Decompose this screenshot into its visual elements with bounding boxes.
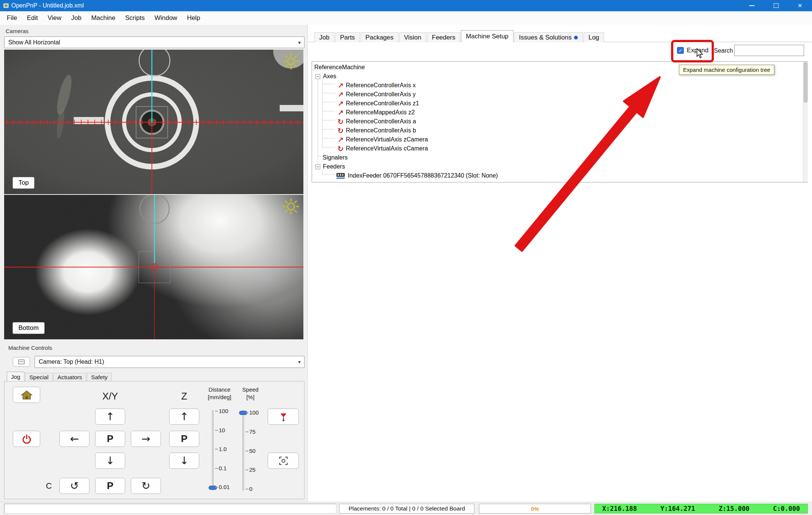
tree-node-axis-z1[interactable]: ↗ReferenceControllerAxis z1 [312,99,807,108]
jog-x-plus-button[interactable]: → [131,431,161,447]
menu-view[interactable]: View [43,11,67,25]
maximize-icon [774,3,779,8]
tab-vision[interactable]: Vision [399,32,426,42]
tab-jog[interactable]: Jog [7,372,24,381]
menu-scripts[interactable]: Scripts [120,11,150,25]
rotate-ccw-button[interactable]: ↺ [59,478,89,494]
machine-config-tree[interactable]: ReferenceMachine Axes ↗ReferenceControll… [312,61,808,182]
capture-camera-icon [279,456,288,466]
titlebar: OpenPnP - Untitled.job.xml ✕ [0,0,812,11]
search-input[interactable] [734,45,804,56]
close-icon: ✕ [798,2,803,9]
tab-job[interactable]: Job [314,32,334,42]
rotate-cw-icon: ↻ [141,480,150,492]
top-camera-image [4,50,303,194]
linear-axis-icon: ↗ [335,90,346,99]
tree-node-axis-x[interactable]: ↗ReferenceControllerAxis x [312,81,807,90]
capture-camera-location-button[interactable] [268,453,299,469]
tab-packages[interactable]: Packages [361,32,398,42]
camera-light-icon[interactable] [282,53,300,70]
menu-edit[interactable]: Edit [22,11,42,25]
jog-z-minus-button[interactable]: ↓ [169,453,199,469]
tree-node-indexfeeder[interactable]: IndexFeeder 0670FF565457888367212340 (Sl… [312,171,807,180]
chevron-down-icon: ▾ [298,39,301,46]
power-button[interactable] [13,431,40,447]
bottom-camera-label: Bottom [12,322,45,334]
jog-z-plus-button[interactable]: ↑ [169,409,199,425]
jog-y-minus-button[interactable]: ↓ [95,453,125,469]
close-button[interactable]: ✕ [788,0,812,11]
speed-slider-track[interactable] [242,410,244,491]
collapse-expander-icon[interactable] [315,164,320,169]
position-xy-button[interactable]: P [95,431,125,447]
move-tool-to-location-button[interactable] [268,409,299,425]
tree-node-axis-z2[interactable]: ↗ReferenceMappedAxis z2 [312,108,807,117]
camera-view-selector[interactable]: Show All Horizontal ▾ [4,36,304,48]
menu-bar: File Edit View Job Machine Scripts Windo… [0,11,812,25]
menu-job[interactable]: Job [66,11,86,25]
maximize-button[interactable] [764,0,788,11]
tree-node-axis-a[interactable]: ↻ReferenceControllerAxis a [312,117,807,126]
rotary-axis-icon: ↻ [335,144,346,153]
jog-y-plus-button[interactable]: ↑ [95,409,125,425]
mouse-cursor [697,48,706,59]
rotary-axis-icon: ↻ [335,126,346,135]
top-camera-view[interactable]: Top [4,50,303,194]
power-icon [22,434,32,444]
bottom-camera-view[interactable]: Bottom [4,195,303,339]
tab-machine-setup[interactable]: Machine Setup [461,30,513,42]
speed-slider[interactable]: 100 75 50 25 0 [239,409,265,493]
tree-node-axis-ccamera[interactable]: ↻ReferenceVirtualAxis cCamera [312,144,807,153]
tree-node-signalers[interactable]: Signalers [312,153,807,162]
linear-axis-icon: ↗ [335,108,346,117]
distance-slider[interactable]: 100 10 1.0 0.1 0.01 [209,409,235,493]
distance-slider-track[interactable] [212,410,214,491]
head-camera-selector[interactable]: Camera: Top (Head: H1) ▾ [35,356,304,368]
xy-axis-label: X/Y [91,390,129,402]
machine-controls-tabs: Jog Special Actuators Safety [7,372,112,381]
menu-window[interactable]: Window [150,11,182,25]
tab-parts[interactable]: Parts [335,32,360,42]
tab-log[interactable]: Log [583,32,604,42]
menu-machine[interactable]: Machine [86,11,120,25]
c-axis-label: C [41,481,56,491]
menu-file[interactable]: File [2,11,22,25]
tab-issues-solutions[interactable]: Issues & Solutions [514,32,583,42]
tree-node-axis-b[interactable]: ↻ReferenceControllerAxis b [312,126,807,135]
camera-light-icon[interactable] [282,198,300,215]
z-position: Z:15.000 [719,505,750,512]
tab-special[interactable]: Special [25,373,53,381]
window-title: OpenPnP - Untitled.job.xml [11,2,84,9]
c-position: C:0.000 [773,505,800,512]
bottom-camera-image [4,195,303,339]
jog-x-minus-button[interactable]: ← [59,431,89,447]
tree-node-axis-y[interactable]: ↗ReferenceControllerAxis y [312,90,807,99]
collapse-expander-icon[interactable] [315,74,320,79]
z-axis-label: Z [165,390,203,402]
arrow-down-icon: ↓ [106,454,114,467]
rotary-axis-icon: ↻ [335,117,346,126]
arrow-left-icon: ← [70,433,79,445]
annotation-highlight-rect [671,40,714,62]
home-button[interactable] [13,387,40,403]
tree-node-axis-zcamera[interactable]: ↗ReferenceVirtualAxis zCamera [312,135,807,144]
collapse-controls-button[interactable] [13,357,30,367]
collapse-icon [18,360,24,364]
position-z-button[interactable]: P [169,431,199,447]
position-c-button[interactable]: P [95,478,125,494]
tree-node-feeders[interactable]: Feeders [312,162,807,171]
menu-help[interactable]: Help [182,11,205,25]
tab-actuators[interactable]: Actuators [53,373,86,381]
distance-slider-handle[interactable] [209,486,217,490]
y-position: Y:164.271 [661,505,695,512]
move-tool-icon [279,412,288,422]
home-icon [20,390,33,400]
tab-feeders[interactable]: Feeders [427,32,460,42]
main-tabs: Job Parts Packages Vision Feeders Machin… [314,30,605,42]
tab-safety[interactable]: Safety [87,373,112,381]
position-readout: X:216.188 Y:164.271 Z:15.000 C:0.000 [594,504,808,513]
rotate-cw-button[interactable]: ↻ [131,478,161,494]
feeder-icon [336,173,345,179]
minimize-button[interactable] [740,0,764,11]
linear-axis-icon: ↗ [335,99,346,108]
